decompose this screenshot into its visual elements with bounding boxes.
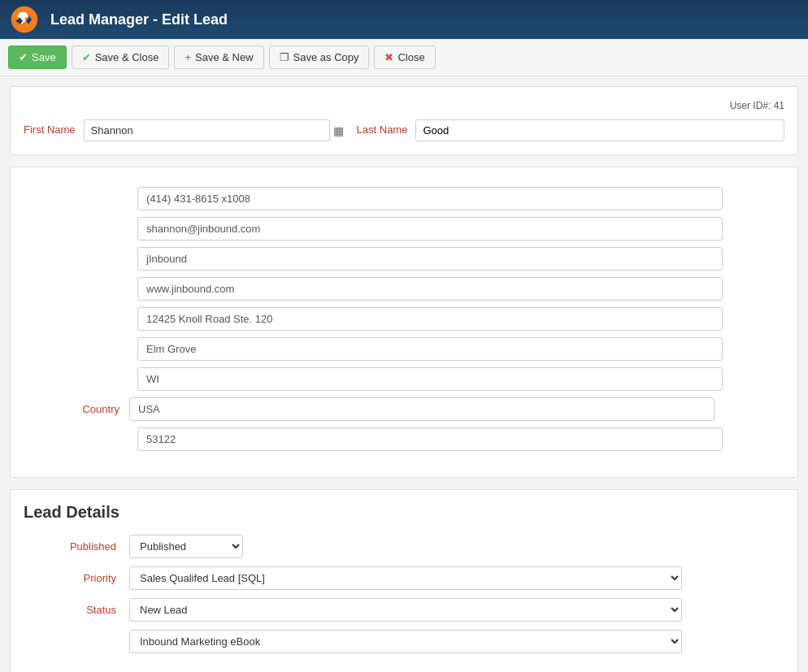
first-name-label: First Name xyxy=(24,124,76,137)
plus-icon: + xyxy=(185,51,191,63)
last-name-input[interactable] xyxy=(415,119,784,141)
save-new-button[interactable]: + Save & New xyxy=(174,46,263,69)
priority-select[interactable]: Sales Qualifed Lead [SQL] Marketing Qual… xyxy=(129,566,682,590)
phone-input[interactable] xyxy=(137,187,723,210)
company-row xyxy=(24,247,784,271)
toolbar: ✔ Save ✔ Save & Close + Save & New ❐ Sav… xyxy=(0,39,808,76)
status-row: Status New Lead In Progress Closed Won C… xyxy=(24,598,784,622)
phone-row xyxy=(24,187,784,210)
published-row: Published Published Unpublished xyxy=(24,535,784,558)
check-icon: ✔ xyxy=(82,51,91,63)
name-panel: User ID#: 41 First Name ▦ Last Name xyxy=(10,86,798,155)
close-icon: ✖ xyxy=(384,51,393,63)
company-input[interactable] xyxy=(137,247,723,271)
email-row xyxy=(24,217,784,241)
status-label: Status xyxy=(24,604,129,616)
campaign-row: Inbound Marketing eBook Other Campaign xyxy=(24,630,784,653)
priority-row: Priority Sales Qualifed Lead [SQL] Marke… xyxy=(24,566,784,590)
website-input[interactable] xyxy=(137,277,723,301)
state-row xyxy=(24,367,784,391)
website-row xyxy=(24,277,784,301)
status-select[interactable]: New Lead In Progress Closed Won Closed L… xyxy=(129,598,682,622)
address-input[interactable] xyxy=(137,307,723,331)
zip-row xyxy=(24,427,784,451)
page-title: Lead Manager - Edit Lead xyxy=(50,11,228,28)
close-label: Close xyxy=(397,51,424,63)
save-close-button[interactable]: ✔ Save & Close xyxy=(72,46,170,69)
save-label: Save xyxy=(32,51,56,63)
city-row xyxy=(24,337,784,361)
calendar-icon: ▦ xyxy=(333,124,344,137)
save-button[interactable]: ✔ Save xyxy=(8,46,67,69)
country-row: Country xyxy=(24,397,784,421)
country-label: Country xyxy=(24,403,129,415)
first-name-wrapper: ▦ xyxy=(84,119,344,141)
user-id: User ID#: 41 xyxy=(24,100,784,111)
save-close-label: Save & Close xyxy=(95,51,159,63)
state-input[interactable] xyxy=(137,367,723,391)
last-name-label: Last Name xyxy=(357,124,408,137)
fields-section: Country xyxy=(24,180,784,464)
campaign-select[interactable]: Inbound Marketing eBook Other Campaign xyxy=(129,630,682,653)
name-row: First Name ▦ Last Name xyxy=(24,119,784,141)
main-content: User ID#: 41 First Name ▦ Last Name xyxy=(0,76,808,672)
first-name-group: First Name ▦ xyxy=(24,119,344,141)
published-label: Published xyxy=(24,540,129,553)
email-input[interactable] xyxy=(137,217,723,241)
country-input[interactable] xyxy=(129,397,715,421)
zip-input[interactable] xyxy=(137,427,723,451)
app-header: Lead Manager - Edit Lead xyxy=(0,0,808,39)
address-row xyxy=(24,307,784,331)
save-new-label: Save & New xyxy=(195,51,254,63)
contact-panel: Country xyxy=(10,167,798,478)
lead-details-panel: Lead Details Published Published Unpubli… xyxy=(10,489,798,672)
priority-label: Priority xyxy=(24,572,129,584)
last-name-group: Last Name xyxy=(357,119,784,141)
first-name-input[interactable] xyxy=(84,119,330,141)
city-input[interactable] xyxy=(137,337,723,361)
published-select[interactable]: Published Unpublished xyxy=(129,535,243,558)
save-copy-button[interactable]: ❐ Save as Copy xyxy=(269,46,370,69)
close-button[interactable]: ✖ Close xyxy=(374,46,435,69)
lead-details-title: Lead Details xyxy=(24,503,784,522)
joomla-logo xyxy=(10,5,39,34)
copy-icon: ❐ xyxy=(280,51,289,63)
save-copy-label: Save as Copy xyxy=(293,51,359,63)
save-icon: ✔ xyxy=(19,51,28,63)
